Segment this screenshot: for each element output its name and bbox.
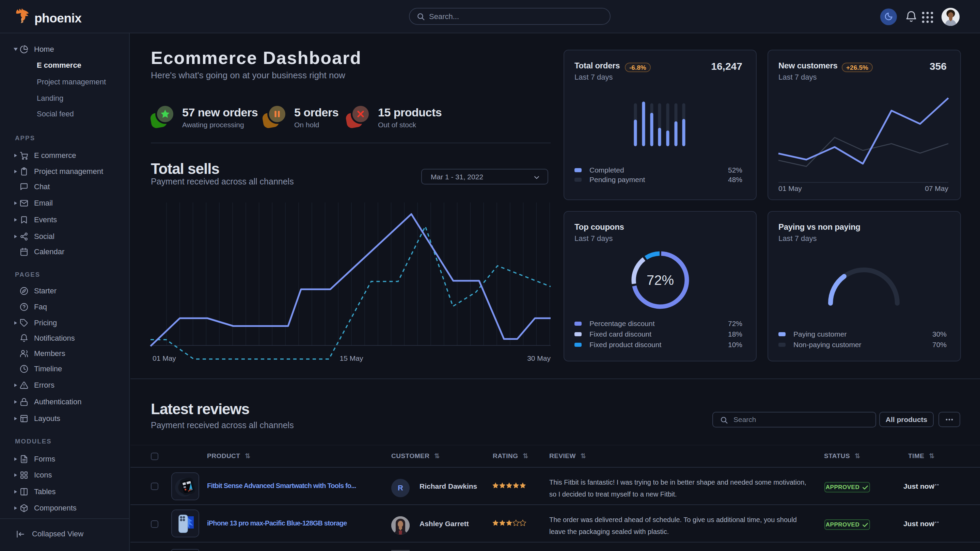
svg-text:01 May: 01 May	[153, 354, 176, 362]
svg-text:15 May: 15 May	[340, 354, 363, 362]
svg-text:72%: 72%	[647, 273, 674, 287]
svg-text:07 May: 07 May	[925, 184, 948, 192]
svg-text:30 May: 30 May	[527, 354, 550, 362]
svg-text:01 May: 01 May	[778, 184, 802, 192]
